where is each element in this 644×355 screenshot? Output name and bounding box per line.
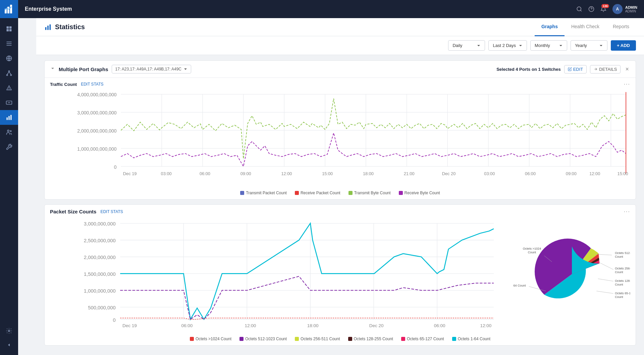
page-header: Statistics Graphs Health Check Reports: [36, 18, 644, 36]
legend-color-octets-1: [452, 337, 456, 341]
svg-text:09:00: 09:00: [566, 171, 577, 176]
svg-text:12:00: 12:00: [245, 323, 256, 328]
svg-text:Dec 19: Dec 19: [122, 323, 137, 328]
legend-receive-byte: Receive Byte Count: [399, 191, 440, 195]
sidebar-item-users[interactable]: [0, 125, 18, 140]
chart-2-left: 3,000,000,000 2,500,000,000 2,000,000,00…: [45, 215, 508, 334]
toolbar-row: Daily Last 2 Days Monthly Yearly + ADD: [36, 36, 644, 55]
sidebar-item-stats[interactable]: [0, 110, 18, 125]
chevron-down-icon: [519, 44, 523, 48]
tab-health-check[interactable]: Health Check: [565, 18, 606, 36]
svg-point-23: [8, 330, 10, 332]
notification-badge: 136: [601, 4, 609, 8]
svg-point-22: [10, 131, 11, 132]
svg-text:18:00: 18:00: [307, 323, 319, 328]
svg-rect-4: [9, 27, 12, 29]
svg-text:Dec 20: Dec 20: [442, 171, 456, 176]
sidebar-item-alert[interactable]: [0, 81, 18, 95]
svg-text:21:00: 21:00: [404, 171, 415, 176]
sidebar-item-tools[interactable]: [0, 140, 18, 154]
svg-rect-28: [45, 27, 47, 30]
collapse-icon[interactable]: [50, 66, 55, 72]
yearly-dropdown[interactable]: Yearly: [571, 40, 607, 51]
more-options-2-button[interactable]: ···: [624, 209, 630, 215]
add-button[interactable]: + ADD: [611, 40, 636, 51]
tab-reports[interactable]: Reports: [606, 18, 636, 36]
sidebar: [0, 0, 18, 355]
notification-icon[interactable]: 136: [600, 6, 606, 12]
svg-text:Count: Count: [615, 255, 623, 258]
details-icon: [594, 67, 598, 71]
chart-card-1-header: Multiple Port Graphs 17: A23,17: A49A,17…: [45, 61, 636, 78]
search-icon[interactable]: [576, 6, 582, 12]
svg-rect-18: [7, 117, 8, 120]
edit-stats-2-button[interactable]: EDIT STATS: [100, 209, 123, 214]
legend-receive-packet: Receive Packet Count: [295, 191, 340, 195]
svg-text:06:00: 06:00: [434, 323, 445, 328]
svg-text:Dec 19: Dec 19: [123, 171, 137, 176]
svg-text:03:00: 03:00: [161, 171, 172, 176]
chart-1-body: 4,000,000,000,000 3,000,000,000,000 2,00…: [45, 87, 636, 188]
svg-point-11: [8, 71, 9, 72]
page-tabs: Graphs Health Check Reports: [535, 18, 636, 36]
edit-button-1[interactable]: EDIT: [564, 65, 587, 73]
sidebar-item-list[interactable]: [0, 36, 18, 51]
legend-color-octets-1024: [190, 337, 194, 341]
svg-rect-30: [50, 24, 51, 30]
svg-text:Octets 65-127: Octets 65-127: [615, 291, 630, 295]
page-title-area: Statistics: [44, 23, 535, 31]
details-button-1[interactable]: DETAILS: [590, 65, 621, 73]
sidebar-item-device[interactable]: [0, 95, 18, 110]
last2days-dropdown[interactable]: Last 2 Days: [488, 40, 527, 51]
svg-text:12:00: 12:00: [589, 171, 600, 176]
svg-text:2,000,000,000: 2,000,000,000: [84, 255, 116, 260]
svg-rect-29: [47, 26, 49, 30]
sidebar-logo[interactable]: [0, 0, 18, 18]
chart-2-legend: Octets >1024 Count Octets 512-1023 Count…: [45, 334, 636, 345]
svg-rect-19: [8, 116, 9, 120]
legend-transmit-packet: Transmit Packet Count: [240, 191, 287, 195]
monthly-dropdown[interactable]: Monthly: [530, 40, 567, 51]
svg-text:06:00: 06:00: [181, 323, 193, 328]
legend-octets-256: Octets 256-511 Count: [295, 337, 340, 341]
port-selector[interactable]: 17: A23,17: A49A,17: A49B,17: A49C: [112, 65, 192, 73]
packet-size-chart: 3,000,000,000 2,500,000,000 2,000,000,00…: [50, 217, 503, 331]
svg-text:09:00: 09:00: [240, 171, 251, 176]
legend-octets-65: Octets 65-127 Count: [401, 337, 444, 341]
packet-size-label: Packet Size Counts: [50, 209, 96, 214]
help-icon[interactable]: [588, 6, 594, 12]
svg-line-102: [598, 262, 613, 269]
svg-rect-7: [7, 42, 12, 42]
tab-graphs[interactable]: Graphs: [535, 18, 565, 36]
svg-text:Octets 1-64 Count: Octets 1-64 Count: [514, 284, 526, 287]
sidebar-collapse-button[interactable]: [0, 338, 18, 352]
close-card-1-button[interactable]: ×: [624, 66, 630, 73]
svg-text:Count: Count: [615, 270, 623, 274]
svg-text:Octets >1024: Octets >1024: [523, 247, 541, 250]
legend-color-transmit-packet: [240, 191, 244, 195]
svg-text:3,000,000,000: 3,000,000,000: [84, 221, 116, 226]
svg-line-105: [598, 278, 613, 281]
sidebar-item-network[interactable]: [0, 51, 18, 66]
daily-dropdown[interactable]: Daily: [448, 40, 485, 51]
svg-line-25: [580, 10, 581, 11]
edit-icon: [568, 67, 572, 71]
edit-stats-1-button[interactable]: EDIT STATS: [81, 82, 103, 87]
sidebar-item-dashboard[interactable]: [0, 21, 18, 36]
svg-text:18:00: 18:00: [363, 171, 374, 176]
sidebar-item-topology[interactable]: [0, 66, 18, 81]
user-menu[interactable]: A ADMIN ADMIN: [612, 4, 637, 14]
logo-icon: [4, 4, 14, 14]
svg-text:15:00: 15:00: [322, 171, 333, 176]
legend-octets-512: Octets 512-1023 Count: [239, 337, 287, 341]
legend-color-octets-256: [295, 337, 299, 341]
sidebar-item-settings[interactable]: [0, 323, 18, 338]
svg-text:1,000,000,000: 1,000,000,000: [84, 288, 116, 294]
svg-text:0: 0: [114, 164, 117, 170]
svg-rect-5: [7, 29, 9, 32]
page-title: Statistics: [55, 23, 85, 31]
svg-text:0: 0: [113, 317, 115, 322]
more-options-1-button[interactable]: ···: [624, 81, 630, 87]
svg-rect-8: [7, 43, 12, 44]
svg-text:4,000,000,000,000: 4,000,000,000,000: [77, 92, 117, 97]
